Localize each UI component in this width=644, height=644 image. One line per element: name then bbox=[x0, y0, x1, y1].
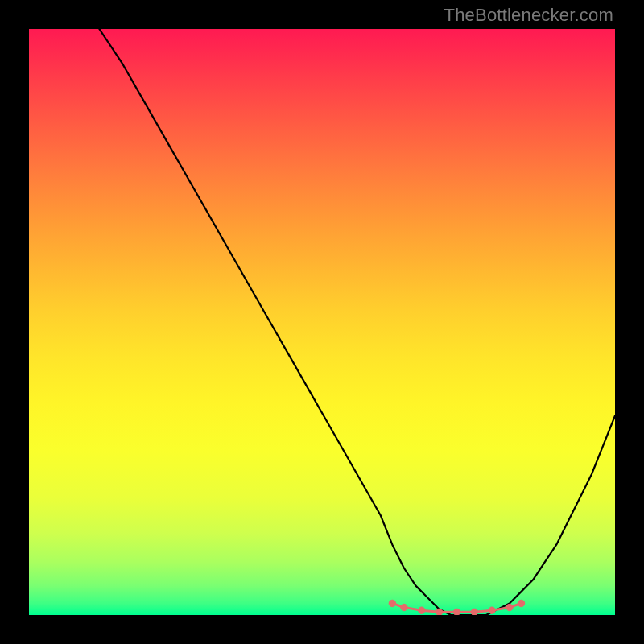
gradient-plot-area bbox=[29, 29, 615, 615]
optimal-marker-dot bbox=[436, 609, 442, 615]
watermark-text: TheBottlenecker.com bbox=[444, 5, 613, 26]
optimal-range-markers bbox=[389, 600, 525, 615]
optimal-marker-segment bbox=[422, 610, 440, 612]
optimal-marker-segment bbox=[492, 608, 510, 611]
optimal-marker-segment bbox=[474, 610, 492, 612]
chart-frame: TheBottlenecker.com bbox=[0, 0, 644, 644]
optimal-marker-segment bbox=[404, 608, 422, 611]
optimal-marker-segment bbox=[392, 603, 404, 607]
optimal-marker-segment bbox=[510, 603, 522, 607]
optimal-marker-dot bbox=[419, 607, 425, 613]
optimal-marker-dot bbox=[453, 609, 460, 615]
optimal-marker-dot bbox=[489, 607, 495, 613]
optimal-marker-dot bbox=[518, 600, 524, 606]
optimal-marker-dot bbox=[401, 604, 407, 610]
optimal-marker-dot bbox=[506, 604, 513, 610]
bottleneck-curve bbox=[99, 29, 615, 615]
optimal-marker-dot bbox=[389, 600, 395, 606]
curve-layer bbox=[29, 29, 615, 615]
optimal-marker-dot bbox=[471, 609, 477, 615]
